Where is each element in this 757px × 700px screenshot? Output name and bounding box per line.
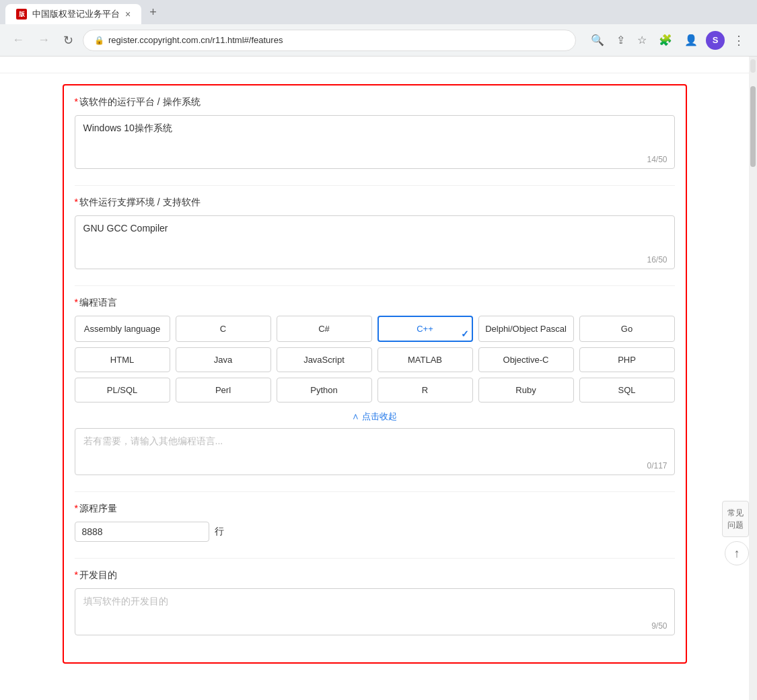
runtime-textarea[interactable]: GNU GCC Compiler 16/50 <box>75 215 675 269</box>
language-button-r[interactable]: R <box>377 378 473 403</box>
language-button-assembly-language[interactable]: Assembly language <box>75 316 170 342</box>
language-button-c--[interactable]: C++✓ <box>377 316 473 342</box>
runtime-value: GNU GCC Compiler <box>83 223 666 234</box>
runtime-section: *软件运行支撑环境 / 支持软件 GNU GCC Compiler 16/50 <box>75 197 675 269</box>
address-url: register.ccopyright.com.cn/r11.html#/fea… <box>108 35 283 45</box>
platform-section: *该软件的运行平台 / 操作系统 Windows 10操作系统 14/50 <box>75 96 675 169</box>
language-button-c-[interactable]: C# <box>277 316 372 342</box>
runtime-counter: 16/50 <box>647 255 667 265</box>
collapse-button[interactable]: ∧ 点击收起 <box>75 411 675 423</box>
toolbar-icons: 🔍 ⇪ ☆ 🧩 👤 S ⋮ <box>587 30 749 50</box>
menu-button[interactable]: ⋮ <box>729 30 749 50</box>
platform-label: *该软件的运行平台 / 操作系统 <box>75 96 675 108</box>
language-button-ruby[interactable]: Ruby <box>478 378 574 403</box>
forward-button[interactable]: → <box>34 30 54 50</box>
language-section: *编程语言 Assembly languageCC#C++✓Delphi/Obj… <box>75 297 675 475</box>
platform-value: Windows 10操作系统 <box>83 123 666 135</box>
address-bar: ← → ↻ 🔒 register.ccopyright.com.cn/r11.h… <box>0 24 757 57</box>
platform-required: * <box>75 96 78 107</box>
language-button-c[interactable]: C <box>176 316 271 342</box>
tab-title: 中国版权登记业务平台 <box>32 8 120 20</box>
runtime-required: * <box>75 197 78 207</box>
lock-icon: 🔒 <box>94 36 104 45</box>
language-button-objective-c[interactable]: Objective-C <box>478 347 574 372</box>
new-tab-button[interactable]: + <box>144 3 162 22</box>
language-required: * <box>75 297 78 308</box>
language-button-php[interactable]: PHP <box>579 347 675 372</box>
language-grid: Assembly languageCC#C++✓Delphi/Object Pa… <box>75 316 675 403</box>
share-icon[interactable]: ⇪ <box>612 31 629 49</box>
source-count-row: 行 <box>75 522 675 542</box>
language-button-perl[interactable]: Perl <box>176 378 271 403</box>
purpose-counter: 9/50 <box>651 621 667 631</box>
source-count-label: *源程序量 <box>75 503 675 515</box>
scrollbar[interactable] <box>749 57 757 700</box>
purpose-label: *开发目的 <box>75 569 675 582</box>
language-button-sql[interactable]: SQL <box>579 378 675 403</box>
avatar-button[interactable]: S <box>706 31 725 50</box>
language-button-html[interactable]: HTML <box>75 347 170 372</box>
tab-favicon: 版 <box>16 9 27 20</box>
refresh-button[interactable]: ↻ <box>59 30 77 50</box>
source-count-unit: 行 <box>215 526 224 538</box>
scrollbar-thumb[interactable] <box>750 86 756 167</box>
language-label: *编程语言 <box>75 297 675 309</box>
profile-icon[interactable]: 👤 <box>680 31 702 49</box>
source-count-section: *源程序量 行 <box>75 503 675 542</box>
platform-counter: 14/50 <box>647 155 667 164</box>
scroll-top-icon: ↑ <box>734 547 740 561</box>
language-button-pl-sql[interactable]: PL/SQL <box>75 378 170 403</box>
language-button-javascript[interactable]: JavaScript <box>277 347 372 372</box>
source-count-required: * <box>75 503 78 514</box>
source-count-input[interactable] <box>75 522 209 542</box>
language-button-python[interactable]: Python <box>277 378 372 403</box>
purpose-placeholder: 填写软件的开发目的 <box>83 596 168 606</box>
help-button[interactable]: 常见问题 <box>722 501 749 537</box>
runtime-label: *软件运行支撑环境 / 支持软件 <box>75 197 675 209</box>
address-input[interactable]: 🔒 register.ccopyright.com.cn/r11.html#/f… <box>83 30 576 51</box>
back-button[interactable]: ← <box>8 30 28 50</box>
language-button-java[interactable]: Java <box>176 347 271 372</box>
purpose-section: *开发目的 填写软件的开发目的 9/50 <box>75 569 675 635</box>
purpose-textarea[interactable]: 填写软件的开发目的 9/50 <box>75 588 675 635</box>
bookmark-icon[interactable]: ☆ <box>633 31 651 49</box>
search-icon[interactable]: 🔍 <box>587 31 608 49</box>
language-button-delphi-object-pascal[interactable]: Delphi/Object Pascal <box>478 316 574 342</box>
extensions-icon[interactable]: 🧩 <box>655 31 676 49</box>
other-language-counter: 0/117 <box>647 461 667 470</box>
purpose-required: * <box>75 569 78 580</box>
active-tab[interactable]: 版 中国版权登记业务平台 × <box>5 4 141 24</box>
scroll-top-button[interactable]: ↑ <box>725 541 749 565</box>
language-button-go[interactable]: Go <box>579 316 675 342</box>
form-wrapper: *该软件的运行平台 / 操作系统 Windows 10操作系统 14/50 *软… <box>63 84 687 664</box>
platform-textarea[interactable]: Windows 10操作系统 14/50 <box>75 115 675 169</box>
tab-close-button[interactable]: × <box>125 9 131 20</box>
language-button-matlab[interactable]: MATLAB <box>377 347 473 372</box>
help-text: 常见问题 <box>727 508 744 530</box>
tab-bar: 版 中国版权登记业务平台 × + <box>0 0 757 24</box>
other-language-placeholder: 若有需要，请输入其他编程语言... <box>83 435 223 446</box>
other-language-input[interactable]: 若有需要，请输入其他编程语言... 0/117 <box>75 428 675 475</box>
